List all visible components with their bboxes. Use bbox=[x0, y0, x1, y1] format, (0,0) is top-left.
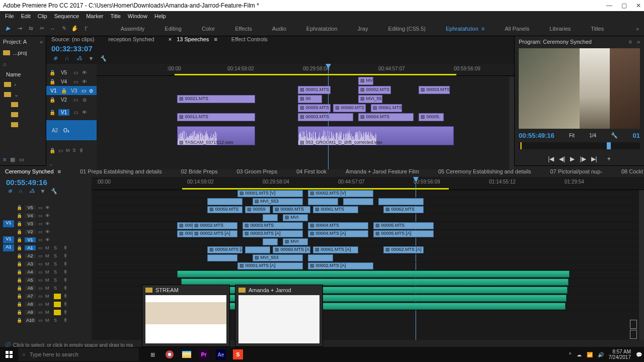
column-header-name[interactable]: Name bbox=[0, 69, 46, 79]
menu-edit[interactable]: Edit bbox=[18, 12, 34, 20]
search-box[interactable]: ○Type here to search bbox=[18, 348, 139, 361]
sequence-timecode[interactable]: 00:55:49:16 bbox=[0, 177, 92, 188]
task-preview[interactable]: STREAM bbox=[142, 285, 230, 347]
workspace-tab[interactable]: Libraries bbox=[549, 26, 571, 32]
type-icon[interactable]: T bbox=[82, 25, 90, 33]
audio-track-header[interactable]: 🔒A4▭MS🎙 bbox=[0, 268, 92, 276]
clip[interactable] bbox=[308, 254, 333, 261]
source-tab[interactable]: Source: (no clips) bbox=[51, 36, 95, 42]
video-track-header[interactable]: V1🔒V1▭👁 bbox=[0, 236, 92, 244]
clip[interactable]: ▧ MVI_553 bbox=[253, 198, 303, 205]
sequence-tab[interactable]: 07 Pictorial/post nup- bbox=[550, 168, 602, 174]
program-scrubber[interactable] bbox=[519, 142, 640, 149]
clip[interactable]: ▧ 00002.MTS bbox=[192, 222, 237, 229]
clip[interactable]: ▧ MVI_55 bbox=[358, 95, 382, 103]
video-track-header[interactable]: 🔒V4▭👁 bbox=[0, 212, 92, 220]
clip[interactable]: ▧ MVI bbox=[358, 77, 373, 85]
clip[interactable]: ▧ MVI bbox=[283, 214, 308, 221]
clip[interactable] bbox=[263, 238, 278, 245]
workspace-tab[interactable]: Editing (CS5.5) bbox=[388, 26, 426, 32]
clip[interactable]: ▧ 00003.MTS bbox=[243, 222, 303, 229]
clip[interactable]: ▧ 00060.MTS bbox=[333, 104, 366, 112]
fit-select[interactable]: Fit bbox=[569, 133, 575, 138]
workspace-tab[interactable]: Jray bbox=[358, 26, 368, 32]
clip[interactable]: ▧ 00004.MTS bbox=[308, 222, 368, 229]
linked-selection-icon[interactable]: ⁂ bbox=[75, 55, 83, 62]
clip[interactable]: ▧ 00005.MTS [A] bbox=[373, 230, 434, 237]
snap-icon[interactable]: ❄ bbox=[51, 55, 58, 62]
source-tab[interactable]: ×13 Speeches≡ bbox=[169, 36, 217, 42]
audio-clip[interactable]: ▧ 053_GROOM1_D_drift_corrected.wavCh. 1 bbox=[298, 126, 454, 145]
menu-title[interactable]: Title bbox=[107, 12, 123, 20]
magnet-icon[interactable]: ∩ bbox=[17, 188, 24, 195]
menu-file[interactable]: File bbox=[2, 12, 17, 20]
sequence-tab[interactable]: Ceremony Synched≡ bbox=[5, 168, 61, 174]
clip[interactable]: ▧ 00059.MTS [A] bbox=[207, 246, 243, 253]
maximize-icon[interactable]: ▢ bbox=[621, 2, 627, 9]
source-timecode[interactable]: 00:32:33:07 bbox=[46, 42, 112, 55]
step-forward-icon[interactable]: |▶ bbox=[580, 155, 586, 162]
clip[interactable] bbox=[207, 254, 237, 261]
audio-track-header[interactable]: 🔒A9▭M🎙 bbox=[0, 308, 92, 316]
clip[interactable]: ▧ 00002.MTS [V] bbox=[308, 190, 373, 197]
clip[interactable]: ▧ MVI bbox=[283, 238, 308, 245]
ripple-icon[interactable]: ⇆ bbox=[26, 25, 34, 33]
mark-out-icon[interactable]: ▶| bbox=[591, 155, 597, 162]
clip[interactable]: ▧ 00061.MTS bbox=[371, 104, 402, 112]
clip[interactable] bbox=[207, 198, 243, 205]
workspace-tab[interactable]: Titles bbox=[591, 26, 604, 32]
task-view-icon[interactable]: ⊞ bbox=[146, 348, 159, 361]
clip[interactable] bbox=[263, 214, 278, 221]
clip[interactable]: ▧ 00060.MTS [A] bbox=[273, 246, 310, 253]
panel-menu-icon[interactable]: ≡ bbox=[628, 39, 631, 45]
clip[interactable]: ▧ 00059 bbox=[245, 206, 270, 213]
clip[interactable]: ▧ 00005. bbox=[419, 113, 444, 121]
wrench-icon[interactable]: 🔧 bbox=[50, 188, 57, 195]
marker-icon[interactable]: ▼ bbox=[39, 188, 46, 195]
workspace-tab[interactable]: Audio bbox=[272, 26, 286, 32]
clip[interactable]: ▧ 00021.MTS bbox=[177, 95, 255, 103]
snagit-icon[interactable]: S bbox=[231, 348, 245, 361]
menu-help[interactable]: Help bbox=[151, 12, 169, 20]
clip[interactable]: ▧ 00004.MTS bbox=[358, 113, 414, 121]
play-icon[interactable]: ▶ bbox=[570, 155, 575, 162]
start-button[interactable] bbox=[2, 347, 16, 361]
step-back-icon[interactable]: ◀| bbox=[559, 155, 565, 162]
icon-view-icon[interactable]: ▦ bbox=[10, 156, 15, 163]
task-preview[interactable]: Amanda + Jarrod bbox=[235, 285, 323, 347]
volume-icon[interactable]: 🔊 bbox=[598, 352, 604, 357]
clip[interactable]: ▧ 00002.MTS [A] bbox=[192, 230, 237, 237]
menu-marker[interactable]: Marker bbox=[83, 12, 106, 20]
clip[interactable]: ▧ 00003.MTS [A] bbox=[243, 230, 303, 237]
sequence-tab[interactable]: 08 Cockt bbox=[621, 168, 643, 174]
audio-track-header[interactable]: 🔒A2▭MS🎙 bbox=[0, 252, 92, 260]
clip[interactable] bbox=[343, 198, 373, 205]
clip[interactable]: ▧ 00002.MTS bbox=[358, 86, 391, 94]
program-monitor[interactable] bbox=[519, 48, 640, 129]
settings-icon[interactable]: 🔧 bbox=[611, 132, 618, 139]
workspace-tab[interactable]: All Panels bbox=[505, 26, 529, 32]
onedrive-icon[interactable]: ☁ bbox=[577, 352, 582, 357]
slip-icon[interactable]: ↔ bbox=[48, 25, 56, 33]
clip[interactable]: ▧ 00061.MTS bbox=[313, 206, 358, 213]
overflow-icon[interactable]: » bbox=[631, 26, 644, 32]
menu-window[interactable]: Window bbox=[125, 12, 150, 20]
clip[interactable]: ▧ 00001.MTS bbox=[298, 86, 331, 94]
snap-icon[interactable]: ❄ bbox=[6, 188, 13, 195]
razor-icon[interactable]: ✂ bbox=[37, 25, 45, 33]
audio-track-header[interactable]: 🔒A10▭MS🎙 bbox=[0, 316, 92, 324]
clip[interactable]: ▧ 00003.MTS bbox=[419, 86, 450, 94]
collapse-icon[interactable]: ⌄ bbox=[14, 92, 19, 98]
clip[interactable] bbox=[378, 198, 424, 205]
clip[interactable]: ▧ 00001.MTS [A] bbox=[237, 262, 303, 269]
menu-clip[interactable]: Clip bbox=[35, 12, 50, 20]
clip[interactable]: ▧ 00060.MTS bbox=[273, 206, 310, 213]
panel-overflow-icon[interactable]: » bbox=[637, 39, 640, 45]
audio-track-header[interactable]: A1🔒A1▭MS🎙 bbox=[0, 244, 92, 252]
video-track-header[interactable]: 🔒V5▭👁 bbox=[0, 204, 92, 212]
clip[interactable]: ▧ 00002.MTS [A] bbox=[308, 262, 373, 269]
panel-overflow-icon[interactable]: » bbox=[40, 39, 43, 45]
audio-track-header[interactable]: 🔒A7▭M🎙 bbox=[0, 292, 92, 300]
add-icon[interactable]: + bbox=[607, 155, 611, 162]
clip[interactable]: ▧ 00004.MTS [A] bbox=[308, 230, 368, 237]
